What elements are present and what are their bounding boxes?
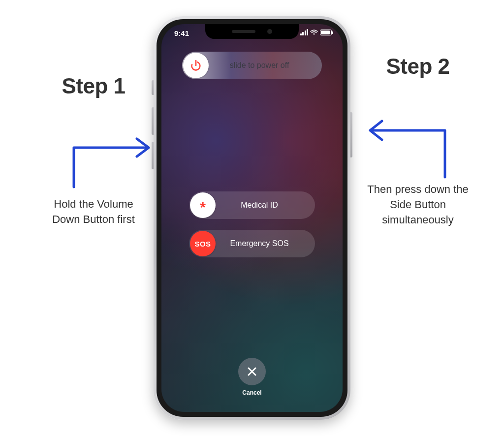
- arrow-left-icon: [59, 103, 158, 202]
- sos-knob[interactable]: SOS: [190, 231, 216, 256]
- power-off-label: slide to power off: [210, 61, 322, 70]
- arrow-right-icon: [361, 84, 460, 187]
- screen: 9:41: [161, 24, 343, 412]
- battery-icon: [320, 30, 332, 35]
- medical-id-slider[interactable]: * Medical ID: [189, 191, 315, 219]
- iphone-device: 9:41: [154, 16, 350, 420]
- power-icon: [189, 59, 202, 72]
- medical-id-knob[interactable]: *: [190, 192, 216, 218]
- wifi-icon: [310, 30, 318, 35]
- annotation-step-1: Step 1 Hold the Volume Down Button first: [39, 74, 148, 227]
- cellular-signal-icon: [300, 29, 309, 35]
- close-icon: [247, 366, 257, 377]
- annotation-step-2: Step 2 Then press down the Side Button s…: [361, 54, 474, 227]
- status-icons: [300, 29, 332, 35]
- emergency-sos-label: Emergency SOS: [217, 239, 315, 248]
- notch: [205, 24, 299, 39]
- cancel-label: Cancel: [238, 389, 266, 396]
- step-2-heading: Step 2: [361, 54, 474, 79]
- medical-id-label: Medical ID: [217, 201, 315, 210]
- cancel-area: Cancel: [238, 358, 266, 396]
- power-off-knob[interactable]: [183, 53, 209, 78]
- power-off-slider[interactable]: slide to power off: [182, 52, 322, 79]
- cancel-button[interactable]: [238, 358, 266, 385]
- emergency-sos-slider[interactable]: SOS Emergency SOS: [189, 230, 315, 257]
- earpiece-speaker: [232, 30, 255, 33]
- front-camera: [267, 29, 272, 34]
- step-1-heading: Step 1: [39, 74, 148, 98]
- status-time: 9:41: [174, 29, 189, 37]
- sos-badge-text: SOS: [194, 240, 211, 248]
- medical-asterisk-icon: *: [200, 200, 206, 215]
- step-2-body: Then press down the Side Button simultan…: [361, 182, 474, 227]
